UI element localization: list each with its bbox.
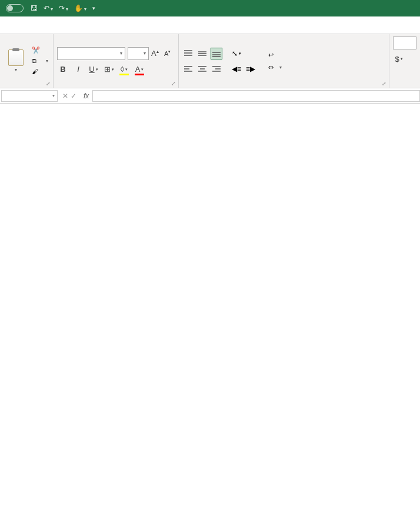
- merge-icon: ⇔: [268, 64, 274, 71]
- group-alignment: ⤡▾ ◀≡ ≡▶ ↩ ⇔▾ ⤢: [179, 34, 389, 88]
- italic-button[interactable]: I: [72, 64, 84, 75]
- align-center-button[interactable]: [196, 63, 208, 75]
- group-font: ▾ ▾ A▴ A▾ B I U▾ ⊞▾ ◊▾ A▾ ⤢: [54, 34, 179, 88]
- formula-bar-row: ▾ ✕ ✓ fx: [0, 88, 420, 104]
- bold-button[interactable]: B: [57, 64, 69, 75]
- font-size-select[interactable]: ▾: [128, 47, 149, 60]
- align-top-button[interactable]: [182, 48, 194, 59]
- clipboard-launcher-icon[interactable]: ⤢: [46, 81, 52, 87]
- increase-font-icon[interactable]: A▴: [151, 49, 162, 58]
- copy-icon: ⧉: [32, 57, 40, 65]
- enter-formula-icon[interactable]: ✓: [71, 92, 76, 100]
- align-middle-button[interactable]: [196, 48, 208, 59]
- font-color-button[interactable]: A▾: [134, 64, 145, 75]
- font-name-select[interactable]: ▾: [57, 47, 125, 60]
- alignment-launcher-icon[interactable]: ⤢: [382, 81, 388, 87]
- border-button[interactable]: ⊞▾: [103, 64, 115, 75]
- ribbon: ▾ ✂️ ⧉▾ 🖌 ⤢ ▾ ▾ A▴ A▾ B I: [0, 34, 420, 88]
- cancel-formula-icon[interactable]: ✕: [62, 92, 68, 100]
- format-painter-icon: 🖌: [32, 68, 40, 76]
- merge-center-button[interactable]: ⇔▾: [266, 62, 284, 72]
- format-painter-button[interactable]: 🖌: [31, 67, 49, 77]
- cut-icon: ✂️: [32, 47, 40, 55]
- undo-icon[interactable]: ↶▾: [44, 4, 53, 12]
- wrap-text-button[interactable]: ↩: [266, 50, 284, 60]
- redo-icon[interactable]: ↷▾: [59, 4, 68, 12]
- font-launcher-icon[interactable]: ⤢: [171, 81, 177, 87]
- align-left-button[interactable]: [182, 63, 194, 75]
- wrap-text-icon: ↩: [268, 51, 274, 59]
- quick-access-toolbar: 🖫 ↶▾ ↷▾ ✋▾ ▾: [31, 4, 95, 12]
- decrease-font-icon[interactable]: A▾: [164, 49, 175, 57]
- qat-customize-icon[interactable]: ▾: [92, 5, 95, 11]
- orientation-button[interactable]: ⤡▾: [231, 48, 242, 59]
- align-bottom-button[interactable]: [211, 48, 222, 59]
- formula-bar[interactable]: [92, 90, 420, 102]
- increase-indent-button[interactable]: ≡▶: [245, 63, 256, 75]
- name-box[interactable]: ▾: [1, 90, 58, 102]
- group-clipboard: ▾ ✂️ ⧉▾ 🖌 ⤢: [0, 34, 54, 88]
- save-icon[interactable]: 🖫: [31, 4, 38, 12]
- copy-button[interactable]: ⧉▾: [31, 57, 49, 66]
- ribbon-tabs: [0, 16, 420, 34]
- decrease-indent-button[interactable]: ◀≡: [231, 63, 242, 75]
- align-right-button[interactable]: [211, 63, 222, 75]
- group-number: $▾: [389, 34, 420, 88]
- currency-button[interactable]: $▾: [393, 53, 405, 65]
- cut-button[interactable]: ✂️: [31, 46, 49, 55]
- paste-button[interactable]: ▾: [4, 49, 28, 72]
- paste-icon: [8, 49, 24, 66]
- underline-button[interactable]: U▾: [88, 64, 99, 75]
- fx-icon[interactable]: fx: [80, 92, 92, 100]
- titlebar: 🖫 ↶▾ ↷▾ ✋▾ ▾: [0, 0, 420, 16]
- autosave-toggle[interactable]: [4, 4, 24, 12]
- fill-color-button[interactable]: ◊▾: [118, 64, 130, 75]
- touch-mode-icon[interactable]: ✋▾: [74, 4, 86, 12]
- number-format-select[interactable]: [393, 37, 416, 49]
